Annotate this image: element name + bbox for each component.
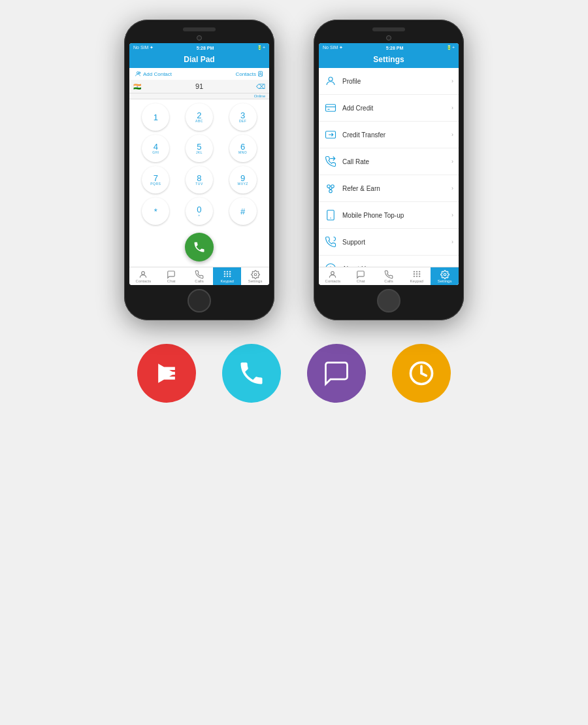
phone2-home-btn[interactable] <box>377 289 400 312</box>
settings-call-rate[interactable]: Call Rate › <box>319 148 459 175</box>
nav-chat[interactable]: Chat <box>157 267 186 285</box>
contacts-label: Contacts <box>235 71 256 77</box>
dial-0[interactable]: 0+ <box>186 197 213 225</box>
settings-profile[interactable]: Profile › <box>319 68 459 95</box>
add-contact-label: Add Contact <box>143 71 172 77</box>
dial-1[interactable]: 1 <box>142 103 169 131</box>
nav2-settings[interactable]: Settings <box>431 267 459 285</box>
phones-row: No SIM ✦ 5:28 PM 🔋+ Dial Pad Add Contact… <box>124 20 464 320</box>
svg-rect-9 <box>229 271 231 273</box>
nav-contacts[interactable]: Contacts <box>129 267 157 285</box>
settings-about[interactable]: About Us › <box>319 256 459 267</box>
refer-earn-chevron: › <box>451 185 453 192</box>
svg-rect-37 <box>414 273 415 275</box>
call-rate-label: Call Rate <box>342 158 451 165</box>
bottom-icons-row <box>137 344 451 403</box>
svg-rect-36 <box>419 271 420 273</box>
svg-point-24 <box>331 185 335 188</box>
refer-earn-icon <box>324 182 337 195</box>
chat-bubble-icon <box>322 359 351 388</box>
phone1-screen: No SIM ✦ 5:28 PM 🔋+ Dial Pad Add Contact… <box>129 43 269 285</box>
svg-line-27 <box>331 188 333 190</box>
dial-8[interactable]: 8TUV <box>186 166 213 194</box>
svg-rect-38 <box>416 273 417 275</box>
clock-circle-icon[interactable] <box>392 344 451 403</box>
dial-3[interactable]: 3DEF <box>229 103 257 131</box>
chat2-nav-icon <box>356 270 365 279</box>
settings-list: Profile › Add Credit › Credit Transf <box>319 68 459 267</box>
svg-point-17 <box>329 77 333 81</box>
dialed-number: 91 <box>144 82 255 90</box>
support-label: Support <box>342 239 451 246</box>
calls-nav-icon <box>195 270 204 279</box>
dial-star[interactable]: * <box>142 197 169 225</box>
svg-rect-13 <box>224 276 225 277</box>
dial-9[interactable]: 9WXYZ <box>229 166 257 194</box>
svg-point-5 <box>259 73 261 75</box>
contacts-row: Add Contact Contacts <box>129 68 269 80</box>
svg-line-26 <box>329 188 331 190</box>
phone1-home-btn[interactable] <box>188 289 211 312</box>
status2-left: No SIM ✦ <box>323 45 343 50</box>
svg-rect-18 <box>326 105 336 112</box>
dial-6[interactable]: 6MNO <box>229 135 257 162</box>
dial-4[interactable]: 4GHI <box>142 135 169 162</box>
add-credit-chevron: › <box>451 105 453 111</box>
svg-rect-35 <box>416 271 417 273</box>
nav-calls[interactable]: Calls <box>186 267 214 285</box>
settings-credit-transfer[interactable]: Credit Transfer › <box>319 122 459 148</box>
settings-refer-earn[interactable]: Refer & Earn › <box>319 175 459 202</box>
dialpad-input-row: 🇮🇳 91 ⌫ <box>129 80 269 93</box>
call-button[interactable] <box>185 233 214 261</box>
topup-label: Mobile Phone Top-up <box>342 212 451 219</box>
dial-2[interactable]: 2ABC <box>186 103 213 131</box>
keypad-nav-icon <box>223 270 232 279</box>
call-icon <box>193 241 206 254</box>
phone1-speaker <box>183 27 216 31</box>
contacts-link[interactable]: Contacts <box>235 71 264 77</box>
menu-icon <box>152 359 181 388</box>
settings-support[interactable]: Support › <box>319 229 459 256</box>
country-flag: 🇮🇳 <box>133 83 141 90</box>
phone2-speaker <box>372 27 405 31</box>
settings2-nav-icon <box>440 270 449 279</box>
status-time: 5:28 PM <box>197 46 214 50</box>
chat-circle-icon[interactable] <box>307 344 366 403</box>
profile-label: Profile <box>342 78 451 85</box>
profile-icon <box>324 75 337 88</box>
svg-rect-42 <box>419 276 420 277</box>
nav2-chat[interactable]: Chat <box>347 267 375 285</box>
add-contact-btn[interactable]: Add Contact <box>135 71 172 77</box>
settings-nav-icon <box>251 270 260 279</box>
svg-rect-40 <box>414 276 415 277</box>
svg-rect-10 <box>224 273 225 275</box>
add-credit-label: Add Credit <box>342 105 451 112</box>
svg-rect-39 <box>419 273 420 275</box>
svg-point-6 <box>142 271 145 275</box>
phone2-camera <box>386 35 391 41</box>
nav2-calls[interactable]: Calls <box>375 267 403 285</box>
nav2-keypad[interactable]: Keypad <box>402 267 431 285</box>
phone-circle-icon[interactable] <box>222 344 281 403</box>
settings-add-credit[interactable]: Add Credit › <box>319 95 459 122</box>
svg-rect-12 <box>229 273 231 275</box>
nav-keypad[interactable]: Keypad <box>213 267 241 285</box>
menu-circle-icon[interactable] <box>137 344 196 403</box>
dial-5[interactable]: 5JKL <box>186 135 213 162</box>
call-rate-icon <box>324 155 337 168</box>
nav2-contacts[interactable]: Contacts <box>319 267 347 285</box>
phone1-camera <box>197 35 202 41</box>
phone1-shell: No SIM ✦ 5:28 PM 🔋+ Dial Pad Add Contact… <box>124 20 274 320</box>
phone1-status-bar: No SIM ✦ 5:28 PM 🔋+ <box>129 43 269 52</box>
settings-topup[interactable]: Mobile Phone Top-up › <box>319 202 459 229</box>
svg-rect-41 <box>416 276 417 277</box>
dial-7[interactable]: 7PQRS <box>142 166 169 194</box>
credit-transfer-icon <box>324 128 337 141</box>
nav-settings[interactable]: Settings <box>241 267 269 285</box>
dial-hash[interactable]: # <box>229 197 257 225</box>
svg-point-23 <box>327 185 331 188</box>
settings-header: Settings <box>319 52 459 68</box>
contacts2-nav-icon <box>328 270 337 279</box>
backspace-btn[interactable]: ⌫ <box>255 83 265 90</box>
topup-chevron: › <box>451 212 453 218</box>
